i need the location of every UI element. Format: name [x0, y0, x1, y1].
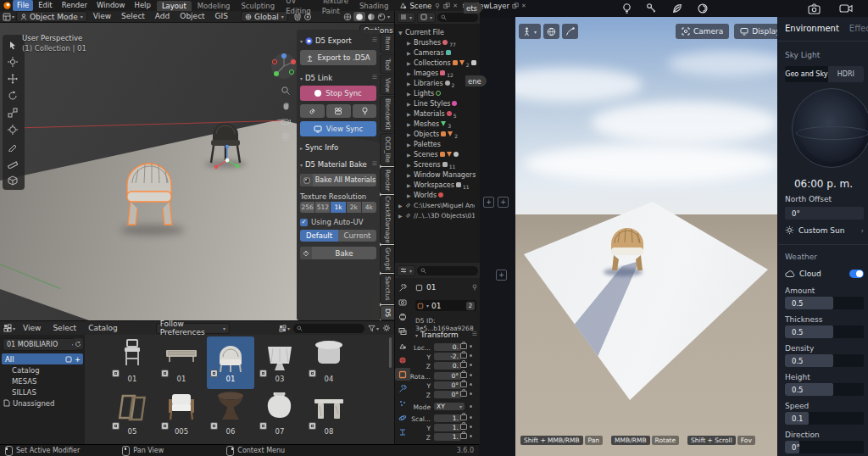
outliner-row-workspaces[interactable]: ▶Workspaces11 — [395, 180, 480, 190]
catalog-sillas[interactable]: SILLAS — [0, 386, 85, 398]
export-d5a-button[interactable]: Export to .D5A — [300, 50, 376, 65]
assets-tab-fragment[interactable]: ets — [464, 3, 482, 14]
animate-dot[interactable] — [470, 392, 472, 395]
asset-item[interactable]: 04 — [305, 336, 353, 389]
mode-dropdown[interactable]: Object Mode ▾ — [16, 11, 87, 22]
menu-help[interactable]: Help — [130, 0, 154, 11]
menu-window[interactable]: Window — [92, 0, 130, 11]
select-menu[interactable]: Select — [117, 11, 149, 22]
animate-dot[interactable] — [470, 345, 472, 348]
d5-chair-object[interactable] — [602, 219, 653, 273]
tab-crackitdamage[interactable]: CrackItDamage — [380, 195, 394, 244]
res-2k[interactable]: 2k — [347, 202, 361, 213]
scene-selector[interactable]: Scene ✕ — [399, 2, 458, 10]
lock-icon[interactable] — [460, 343, 467, 349]
tab-d5[interactable]: D5 — [380, 305, 394, 320]
new-scene-icon[interactable] — [443, 3, 450, 9]
asset-library-dropdown[interactable]: 01 MOBILIARIO▾ — [3, 338, 79, 351]
pin-id-icon[interactable] — [471, 284, 478, 291]
auto-uv-row[interactable]: ✓ Using Auto-UV — [300, 218, 364, 226]
output-properties-tab[interactable] — [395, 310, 410, 323]
outliner-row-meshes[interactable]: ▶Meshes3 — [395, 119, 480, 129]
rot-x-field[interactable]: 0° — [434, 372, 461, 380]
lock-icon[interactable] — [460, 353, 467, 359]
rot-z-field[interactable]: 0° — [434, 391, 461, 398]
effects-category-icon[interactable] — [697, 3, 709, 14]
outliner-row-objects[interactable]: ▶Objects2 — [395, 129, 480, 139]
catalog-all[interactable]: All+ — [2, 353, 83, 364]
sync-camera-button[interactable] — [326, 104, 351, 118]
tab-item[interactable]: Item — [380, 33, 394, 53]
stop-sync-button[interactable]: Stop Sync — [300, 86, 376, 101]
outliner-library-path-2[interactable]: ▶//..\..\3D Objects\01 MOBILI — [395, 210, 480, 220]
display-size-dropdown[interactable]: ▾ — [279, 325, 290, 332]
tab-sanctus[interactable]: Sanctus — [380, 274, 394, 304]
res-4k[interactable]: 4k — [362, 202, 376, 213]
outliner-row-collections[interactable]: ▶Collections2 — [395, 58, 480, 68]
nature-category-icon[interactable] — [671, 3, 683, 14]
grid-toggle-icon[interactable] — [281, 131, 294, 145]
menu-file[interactable]: File — [13, 0, 33, 11]
asset-view-menu[interactable]: View — [19, 323, 45, 334]
animate-dot[interactable] — [470, 383, 472, 386]
object-name-field[interactable]: ▾ 01 2 — [415, 300, 476, 311]
outliner-filter-dropdown[interactable]: ▾ — [417, 12, 436, 23]
outliner-row-windowmanagers[interactable]: ▶Window Managers — [395, 170, 480, 180]
d5-link-header[interactable]: ▾D5 Link — [300, 74, 332, 82]
transform-panel-header[interactable]: ▾Transform — [415, 331, 459, 339]
asset-search-input[interactable] — [293, 324, 364, 333]
annotate-tool[interactable] — [3, 138, 22, 154]
animate-dot[interactable] — [470, 435, 472, 437]
tab-view[interactable]: View — [380, 75, 394, 95]
workspace-tab-layout[interactable]: Layout — [157, 1, 192, 11]
unlink-scene-icon[interactable]: ✕ — [453, 3, 458, 9]
asset-select-menu[interactable]: Select — [48, 323, 81, 334]
solid-shading-button[interactable] — [353, 12, 365, 21]
add-cube-tool[interactable] — [3, 172, 22, 188]
height-slider[interactable]: 0.5 — [785, 383, 864, 396]
zoom-icon[interactable] — [281, 86, 294, 99]
asset-item[interactable]: 08 — [305, 389, 353, 442]
move-tool[interactable] — [3, 70, 22, 86]
workspace-tab-sculpting[interactable]: Sculpting — [236, 1, 280, 11]
outliner-display-mode-dropdown[interactable]: ▾ — [397, 12, 415, 23]
animate-dot[interactable] — [470, 405, 472, 408]
cursor-tool[interactable] — [3, 53, 22, 70]
panel-toggle-icon[interactable]: + — [483, 197, 494, 208]
editor-type-dropdown[interactable]: ▾ — [3, 13, 14, 21]
import-method-dropdown[interactable]: Follow Preferences▾ — [156, 323, 230, 334]
outliner-row-scenes[interactable]: ▶Scenes — [395, 149, 480, 159]
transform-tool[interactable] — [3, 121, 22, 137]
path-icon[interactable] — [562, 24, 578, 39]
3d-viewport[interactable]: User Perspective (1) Collection | 01 Opt… — [0, 23, 394, 320]
asset-item[interactable]: 05 — [108, 389, 156, 442]
d5-viewport[interactable]: ▾ Camera Display ▾ Shift + MMB/RMBPan MM… — [515, 17, 777, 456]
loc-y-field[interactable]: -2. — [434, 353, 461, 360]
workspace-tab-texturepaint[interactable]: Texture Paint — [317, 0, 353, 16]
sync-info-header[interactable]: ▸Sync Info — [300, 143, 338, 152]
render-properties-tab[interactable] — [395, 296, 410, 309]
pan-hand-icon[interactable] — [281, 101, 294, 114]
add-catalog-icon[interactable]: + — [75, 355, 81, 364]
rotate-tool[interactable] — [3, 87, 22, 103]
selected-chair-object[interactable] — [119, 153, 181, 231]
outliner-row-cameras[interactable]: ▶Cameras — [395, 47, 480, 58]
scale-x-field[interactable]: 1. — [434, 414, 461, 422]
measure-tool[interactable] — [3, 155, 22, 171]
north-offset-field[interactable]: 0° — [785, 207, 864, 220]
asset-scrollbar[interactable] — [389, 337, 392, 368]
lock-icon[interactable] — [460, 414, 467, 420]
loc-x-field[interactable]: 0. — [434, 343, 461, 351]
add-menu[interactable]: Add — [151, 11, 174, 22]
viewlayer-properties-tab[interactable] — [395, 325, 410, 337]
scale-y-field[interactable]: 1. — [434, 424, 461, 431]
asset-item[interactable]: 07 — [256, 389, 303, 442]
tab-tool[interactable]: Tool — [380, 54, 394, 75]
amount-slider[interactable]: 0.5 — [785, 297, 864, 309]
properties-editor-dropdown[interactable]: ▾ — [397, 265, 415, 276]
properties-search-input[interactable] — [417, 266, 478, 275]
uv-default-button[interactable]: Default — [300, 230, 338, 242]
rendered-shading-icon[interactable] — [377, 13, 386, 21]
asset-item-selected[interactable]: 01 — [207, 336, 254, 389]
material-category-icon[interactable] — [646, 3, 658, 14]
